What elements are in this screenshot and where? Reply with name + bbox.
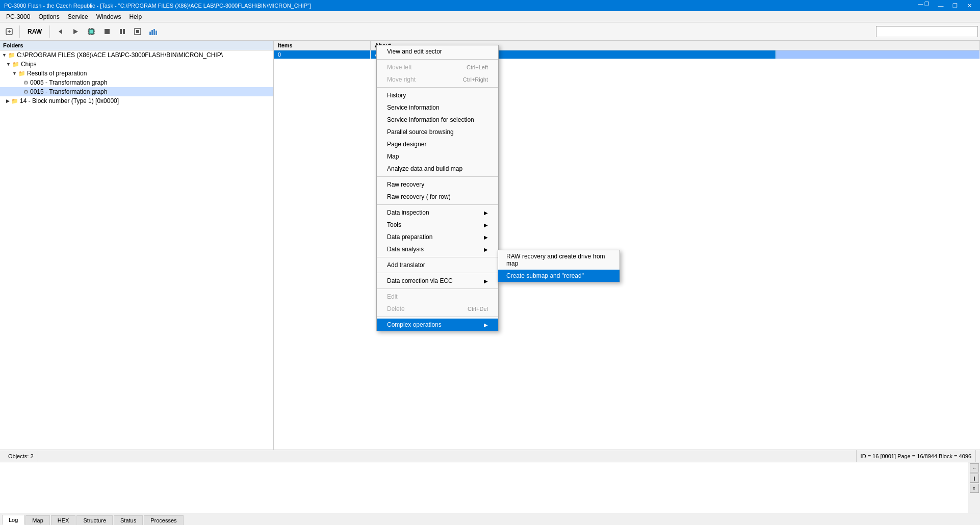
cm-service-info[interactable]: Service information — [377, 101, 498, 114]
tab-log[interactable]: Log — [2, 515, 24, 525]
cm-map[interactable]: Map — [377, 150, 498, 163]
menu-service[interactable]: Service — [64, 11, 92, 22]
svg-marker-1 — [59, 29, 62, 34]
cm-arrow-tools: ▶ — [484, 222, 488, 228]
tree-item-0005[interactable]: ▶ ⚙ 0005 - Transformation graph — [0, 78, 273, 87]
cm-sep-4 — [377, 204, 498, 205]
status-bar: Objects: 2 ID = 16 [0001] Page = 16/8944… — [0, 450, 980, 462]
menu-windows[interactable]: Windows — [92, 11, 125, 22]
cm-service-info-sel[interactable]: Service information for selection — [377, 114, 498, 126]
tab-map[interactable]: Map — [25, 515, 49, 525]
tree-label-results: Results of preparation — [27, 70, 87, 77]
toolbar-btn-1[interactable] — [2, 24, 16, 39]
toolbar-play-btn[interactable] — [68, 24, 83, 39]
folder-icon-chips: 📁 — [12, 61, 19, 68]
tab-status[interactable]: Status — [114, 515, 143, 525]
cm-move-left: Move left Ctrl+Left — [377, 61, 498, 73]
tab-structure[interactable]: Structure — [76, 515, 113, 525]
toolbar-back-btn[interactable] — [53, 24, 67, 39]
cm-label-add-translator: Add translator — [387, 261, 425, 269]
cm-sep-2 — [377, 87, 498, 88]
cm-sep-7 — [377, 288, 498, 289]
toolbar-square-btn[interactable] — [131, 24, 145, 39]
tree-label-block14: 14 - Block number (Type 1) [0x0000] — [20, 97, 119, 104]
bottom-tabs: Log Map HEX Structure Status Processes — [0, 513, 980, 525]
tree-item-root[interactable]: ▼ 📁 C:\PROGRAM FILES (X86)\ACE LAB\PC-30… — [0, 50, 273, 60]
cm-raw-recovery[interactable]: Raw recovery — [377, 178, 498, 191]
menu-pc3000[interactable]: PC-3000 — [2, 11, 34, 22]
cm-label-map: Map — [387, 153, 399, 160]
cm-label-edit: Edit — [387, 293, 398, 300]
cm-shortcut-move-left: Ctrl+Left — [467, 64, 488, 70]
mini-btn-3[interactable]: ⇳ — [970, 484, 979, 493]
cm-data-correction[interactable]: Data correction via ECC ▶ — [377, 275, 498, 287]
cm-label-history: History — [387, 92, 406, 99]
cm-data-inspection[interactable]: Data inspection ▶ — [377, 206, 498, 219]
tree-item-0015[interactable]: ▶ ⚙ 0015 - Transformation graph — [0, 87, 273, 96]
cm-raw-recovery-row[interactable]: Raw recovery ( for row) — [377, 191, 498, 203]
tree-label-chips: Chips — [21, 61, 37, 68]
block-icon-14: 📁 — [11, 98, 18, 104]
close-button[interactable]: ✕ — [963, 1, 976, 10]
tree-item-results[interactable]: ▼ 📁 Results of preparation — [0, 69, 273, 78]
title-bar-text: PC-3000 Flash - the Czech Republic - [Ta… — [4, 3, 311, 9]
toolbar-chart-btn[interactable] — [146, 24, 160, 39]
cm-view-edit-sector[interactable]: View and edit sector — [377, 45, 498, 58]
minimize-button[interactable]: — — [934, 1, 947, 10]
restore-button[interactable]: ❐ — [948, 1, 962, 10]
cm-edit: Edit — [377, 291, 498, 303]
cm-tools[interactable]: Tools ▶ — [377, 219, 498, 231]
tab-hex[interactable]: HEX — [51, 515, 76, 525]
svg-rect-25 — [156, 31, 157, 35]
cm-arrow-data-analysis: ▶ — [484, 247, 488, 252]
raw-button[interactable]: RAW — [23, 24, 46, 39]
cm-label-service-info: Service information — [387, 104, 440, 111]
sm-create-submap[interactable]: Create submap and "reread" — [498, 270, 620, 282]
search-input[interactable] — [876, 26, 978, 37]
status-empty — [38, 450, 857, 462]
svg-marker-2 — [73, 29, 78, 34]
toolbar-stop-btn[interactable] — [100, 24, 114, 39]
menu-options[interactable]: Options — [34, 11, 63, 22]
cm-parallel-source[interactable]: Parallel source browsing — [377, 126, 498, 138]
toolbar-pause-btn[interactable] — [115, 24, 130, 39]
cm-add-translator[interactable]: Add translator — [377, 259, 498, 271]
cm-label-data-prep: Data preparation — [387, 233, 432, 241]
cm-sep-3 — [377, 176, 498, 177]
cm-history[interactable]: History — [377, 89, 498, 101]
svg-rect-22 — [149, 32, 151, 35]
cm-label-complex: Complex operations — [387, 321, 442, 328]
right-mini-toolbar: ↔ ‖ ⇳ — [968, 462, 980, 513]
sm-label-raw-create: RAW recovery and create drive from map — [506, 253, 605, 267]
tab-processes[interactable]: Processes — [144, 515, 183, 525]
mini-btn-2[interactable]: ‖ — [970, 474, 979, 483]
cm-page-designer[interactable]: Page designer — [377, 138, 498, 150]
cm-label-analyze: Analyze data and build map — [387, 165, 462, 172]
menu-minimize-icon: — ❐ — [918, 1, 929, 10]
tree-arrow-root: ▼ — [2, 52, 7, 58]
tree-label-0015: 0015 - Transformation graph — [30, 88, 107, 95]
status-id-text: ID = 16 [0001] Page = 16/8944 Block = 40… — [861, 453, 971, 459]
cm-data-analysis[interactable]: Data analysis ▶ — [377, 243, 498, 255]
mini-btn-1[interactable]: ↔ — [970, 463, 979, 472]
toolbar-chip-btn[interactable] — [84, 24, 99, 39]
cell-items-0: 0 — [274, 50, 371, 59]
sm-raw-recovery-create[interactable]: RAW recovery and create drive from map — [498, 250, 620, 270]
log-content-area — [0, 462, 980, 501]
context-menu: View and edit sector Move left Ctrl+Left… — [376, 45, 499, 331]
toolbar: RAW — [0, 22, 980, 41]
status-objects: Objects: 2 — [4, 450, 38, 462]
cm-data-prep[interactable]: Data preparation ▶ — [377, 231, 498, 243]
cm-complex-ops[interactable]: Complex operations ▶ — [377, 319, 498, 331]
tree-item-chips[interactable]: ▼ 📁 Chips — [0, 60, 273, 69]
cm-shortcut-move-right: Ctrl+Right — [463, 76, 488, 83]
cm-sep-1 — [377, 59, 498, 60]
cm-label-tools: Tools — [387, 221, 401, 228]
cm-label-service-info-sel: Service information for selection — [387, 116, 474, 123]
svg-rect-4 — [90, 30, 93, 33]
tree-label-root: C:\PROGRAM FILES (X86)\ACE LAB\PC-3000FL… — [17, 51, 223, 59]
cm-analyze[interactable]: Analyze data and build map — [377, 163, 498, 175]
bottom-area: ↔ ‖ ⇳ — [0, 462, 980, 513]
menu-help[interactable]: Help — [125, 11, 146, 22]
tree-item-block14[interactable]: ▶ 📁 14 - Block number (Type 1) [0x0000] — [0, 96, 273, 106]
